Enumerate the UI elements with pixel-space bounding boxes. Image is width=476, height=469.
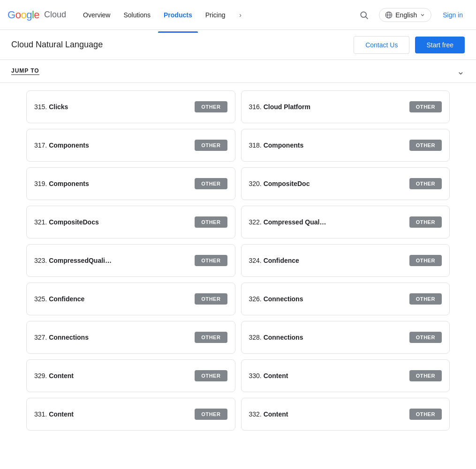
card-label: 326. Connections — [249, 295, 303, 303]
other-badge[interactable]: OTHER — [409, 332, 442, 343]
card-label: 318. Components — [249, 141, 304, 149]
svg-point-0 — [361, 12, 367, 17]
card-item-332[interactable]: 332. ContentOTHER — [241, 398, 450, 431]
other-badge[interactable]: OTHER — [195, 332, 227, 343]
other-badge[interactable]: OTHER — [409, 178, 442, 189]
search-button[interactable] — [355, 6, 373, 24]
card-label: 322. Compressed Qual… — [249, 218, 326, 226]
logo[interactable]: Google Cloud — [8, 9, 66, 21]
card-item-320[interactable]: 320. CompositeDocOTHER — [241, 167, 450, 200]
other-badge[interactable]: OTHER — [195, 216, 227, 228]
card-item-315[interactable]: 315. ClicksOTHER — [26, 90, 235, 123]
items-grid: 315. ClicksOTHER316. Cloud PlatformOTHER… — [26, 90, 450, 431]
svg-line-1 — [366, 16, 368, 19]
card-label: 325. Confidence — [34, 295, 84, 303]
secondary-bar: Cloud Natural Language Contact Us Start … — [0, 30, 476, 60]
other-badge[interactable]: OTHER — [195, 178, 227, 189]
globe-icon — [385, 11, 393, 19]
chevron-down-icon — [420, 12, 425, 18]
card-item-326[interactable]: 326. ConnectionsOTHER — [241, 283, 450, 315]
card-item-319[interactable]: 319. ComponentsOTHER — [26, 167, 235, 200]
card-label: 328. Connections — [249, 334, 303, 341]
page-title: Cloud Natural Language — [11, 40, 103, 50]
other-badge[interactable]: OTHER — [195, 255, 227, 266]
card-item-330[interactable]: 330. ContentOTHER — [241, 359, 450, 392]
card-label: 323. CompressedQuali… — [34, 257, 112, 264]
card-label: 332. Content — [249, 410, 288, 418]
card-item-328[interactable]: 328. ConnectionsOTHER — [241, 321, 450, 354]
card-item-325[interactable]: 325. ConfidenceOTHER — [26, 283, 235, 315]
other-badge[interactable]: OTHER — [409, 216, 442, 228]
nav-products[interactable]: Products — [158, 7, 198, 22]
other-badge[interactable]: OTHER — [409, 409, 442, 420]
card-item-322[interactable]: 322. Compressed Qual…OTHER — [241, 206, 450, 238]
card-item-323[interactable]: 323. CompressedQuali…OTHER — [26, 244, 235, 277]
card-item-318[interactable]: 318. ComponentsOTHER — [241, 129, 450, 162]
secondary-actions: Contact Us Start free — [354, 36, 465, 54]
card-item-316[interactable]: 316. Cloud PlatformOTHER — [241, 90, 450, 123]
other-badge[interactable]: OTHER — [409, 370, 442, 381]
top-nav: Google Cloud Overview Solutions Products… — [0, 0, 476, 30]
other-badge[interactable]: OTHER — [409, 293, 442, 305]
google-logo: Google — [8, 9, 39, 21]
other-badge[interactable]: OTHER — [409, 140, 442, 151]
other-badge[interactable]: OTHER — [195, 101, 227, 112]
card-label: 319. Components — [34, 180, 89, 187]
language-button[interactable]: English — [379, 8, 431, 22]
start-free-button[interactable]: Start free — [415, 37, 465, 53]
expand-icon[interactable]: ⌄ — [457, 66, 465, 77]
card-item-317[interactable]: 317. ComponentsOTHER — [26, 129, 235, 162]
nav-links: Overview Solutions Products Pricing › — [77, 7, 355, 22]
card-label: 330. Content — [249, 372, 288, 380]
other-badge[interactable]: OTHER — [195, 140, 227, 151]
card-label: 316. Cloud Platform — [249, 103, 310, 111]
card-label: 329. Content — [34, 372, 74, 380]
card-item-327[interactable]: 327. ConnectionsOTHER — [26, 321, 235, 354]
other-badge[interactable]: OTHER — [195, 293, 227, 305]
contact-us-button[interactable]: Contact Us — [354, 36, 409, 54]
content-area: 315. ClicksOTHER316. Cloud PlatformOTHER… — [0, 83, 476, 438]
other-badge[interactable]: OTHER — [195, 409, 227, 420]
card-label: 315. Clicks — [34, 103, 68, 111]
nav-solutions[interactable]: Solutions — [118, 7, 156, 22]
card-label: 317. Components — [34, 141, 89, 149]
card-label: 324. Confidence — [249, 257, 299, 264]
search-icon — [359, 10, 369, 20]
card-item-329[interactable]: 329. ContentOTHER — [26, 359, 235, 392]
sign-in-link[interactable]: Sign in — [437, 7, 468, 22]
nav-right: English Sign in — [355, 6, 468, 24]
language-label: English — [395, 11, 417, 19]
jump-to-label: JUMP TO — [11, 67, 39, 75]
card-label: 331. Content — [34, 410, 74, 418]
other-badge[interactable]: OTHER — [409, 255, 442, 266]
nav-more-icon[interactable]: › — [233, 7, 248, 22]
card-label: 327. Connections — [34, 334, 89, 341]
cloud-logo-text: Cloud — [44, 10, 66, 20]
other-badge[interactable]: OTHER — [409, 101, 442, 112]
jump-to-bar: JUMP TO ⌄ — [0, 60, 476, 83]
card-item-324[interactable]: 324. ConfidenceOTHER — [241, 244, 450, 277]
card-item-321[interactable]: 321. CompositeDocsOTHER — [26, 206, 235, 238]
card-label: 321. CompositeDocs — [34, 218, 99, 226]
nav-pricing[interactable]: Pricing — [200, 7, 231, 22]
nav-overview[interactable]: Overview — [77, 7, 116, 22]
other-badge[interactable]: OTHER — [195, 370, 227, 381]
card-label: 320. CompositeDoc — [249, 180, 310, 187]
card-item-331[interactable]: 331. ContentOTHER — [26, 398, 235, 431]
